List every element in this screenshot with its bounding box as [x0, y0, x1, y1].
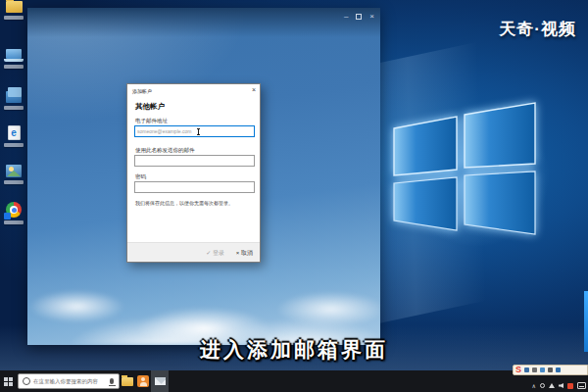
taskbar-search-input[interactable]: 在这里输入你要搜索的内容 — [18, 373, 120, 389]
toolbox-icon[interactable] — [556, 368, 561, 372]
microphone-icon[interactable] — [110, 378, 114, 384]
sogou-logo-icon[interactable]: S — [515, 366, 521, 374]
photos-icon — [6, 165, 22, 177]
cancel-button[interactable]: × 取消 — [236, 249, 253, 258]
taskbar-orange-app[interactable] — [135, 370, 151, 392]
sender-name-field[interactable] — [134, 155, 255, 167]
dialog-title: 添加帐户 — [132, 88, 152, 94]
close-x-icon: × — [236, 250, 240, 256]
desktop-icon-photos[interactable] — [2, 165, 25, 184]
chrome-icon — [6, 202, 22, 218]
icon-label — [4, 106, 24, 110]
start-button[interactable] — [0, 370, 16, 392]
save-info-note: 我们将保存此信息，以便你无需每次都登录。 — [135, 200, 257, 206]
search-placeholder-text: 在这里输入你要搜索的内容 — [33, 378, 110, 385]
mail-app-window: – × 添加帐户 × 其他帐户 电子邮件地址 someone@example.c… — [27, 8, 380, 345]
taskbar: 在这里输入你要搜索的内容 — [0, 370, 588, 392]
document-e-icon: e — [8, 125, 21, 140]
sogou-input-toolbar[interactable]: S — [513, 365, 588, 375]
taskbar-mail-app-active[interactable] — [151, 370, 169, 392]
minimize-button[interactable]: – — [344, 12, 348, 21]
mail-envelope-icon — [155, 377, 166, 385]
cancel-button-label: 取消 — [241, 250, 253, 256]
emoji-icon[interactable] — [540, 368, 545, 372]
maximize-button[interactable] — [356, 14, 362, 20]
icon-label — [4, 220, 24, 224]
windows-logo-icon — [390, 98, 537, 251]
desktop-icon-pc[interactable] — [2, 49, 25, 69]
system-tray: ∧ — [532, 382, 586, 389]
icon-label — [4, 16, 24, 20]
keyboard-layout-icon[interactable] — [548, 368, 553, 372]
desktop-icon-netdisk[interactable] — [2, 87, 25, 110]
user-app-icon — [137, 375, 149, 387]
text-cursor — [198, 128, 199, 135]
dialog-close-icon[interactable]: × — [252, 86, 256, 93]
icon-label — [4, 65, 24, 69]
punctuation-icon[interactable] — [532, 368, 537, 372]
touch-keyboard-icon[interactable] — [577, 382, 586, 389]
windows-start-icon — [4, 377, 13, 386]
check-icon: ✓ — [206, 250, 211, 256]
email-field[interactable]: someone@example.com — [134, 125, 255, 137]
icon-label — [4, 180, 24, 184]
desktop-icon-folder[interactable] — [2, 1, 25, 20]
computer-icon — [6, 49, 22, 59]
password-field[interactable] — [134, 181, 255, 193]
window-controls: – × — [344, 12, 374, 21]
shortcut-badge — [4, 213, 11, 220]
taskbar-file-explorer[interactable] — [120, 370, 135, 392]
input-mode-icon[interactable] — [524, 368, 529, 372]
email-placeholder: someone@example.com — [135, 126, 254, 136]
tray-red-app-icon[interactable] — [567, 383, 573, 389]
folder-icon — [6, 1, 23, 13]
volume-icon[interactable] — [559, 383, 564, 388]
cortana-icon — [23, 377, 30, 385]
icon-label — [4, 143, 24, 147]
email-label: 电子邮件地址 — [135, 118, 168, 124]
desktop-icon-browser-doc[interactable]: e — [2, 125, 25, 147]
tray-status-icon[interactable] — [540, 383, 545, 388]
explorer-folder-icon — [122, 377, 133, 386]
dialog-footer: ✓ 登录 × 取消 — [127, 242, 260, 262]
password-label: 密码 — [135, 173, 146, 180]
hidden-icons-chevron[interactable]: ∧ — [532, 383, 536, 389]
video-subtitle: 进入添加邮箱界面 — [0, 336, 588, 364]
desktop-icon-chrome[interactable] — [2, 202, 25, 224]
window-top-shade — [27, 8, 380, 37]
channel-watermark: 天奇·视频 — [499, 18, 576, 40]
close-button[interactable]: × — [369, 12, 374, 21]
add-account-dialog: 添加帐户 × 其他帐户 电子邮件地址 someone@example.com 使… — [126, 83, 261, 263]
signin-button-label: 登录 — [213, 250, 224, 256]
network-icon[interactable] — [549, 383, 555, 388]
dialog-heading: 其他帐户 — [135, 102, 165, 112]
screen: 天奇·视频 e – × 添加帐户 × — [0, 0, 588, 392]
sender-name-label: 使用此名称发送你的邮件 — [135, 147, 195, 154]
folders-icon — [6, 91, 22, 103]
signin-button[interactable]: ✓ 登录 — [206, 249, 224, 258]
